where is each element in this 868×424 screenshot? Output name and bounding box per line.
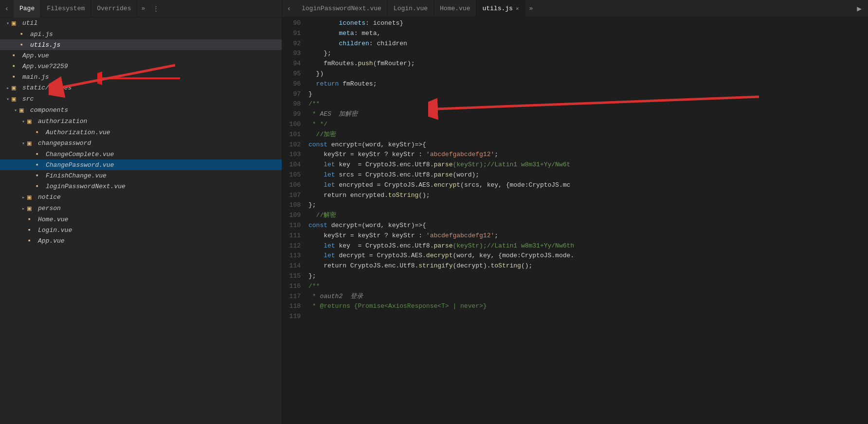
tree-item-ChangeComplete-vue[interactable]: ▪ChangeComplete.vue	[0, 149, 282, 159]
code-lines: iconets: iconets} meta: meta, children: …	[307, 18, 868, 424]
tab-overflow-right[interactable]: »	[525, 5, 537, 12]
folder-icon: ▣	[27, 117, 36, 125]
code-line: let decrypt = CryptoJS.AES.decrypt(word,…	[308, 251, 868, 261]
tree-item-changepassword[interactable]: ▾▣changepassword	[0, 138, 282, 149]
tree-item-FinishChange-vue[interactable]: ▪FinishChange.vue	[0, 170, 282, 181]
tree-item-Home-vue[interactable]: ▪Home.vue	[0, 214, 282, 225]
tree-label: Home.vue	[38, 216, 68, 223]
line-number: 93	[282, 49, 301, 59]
file-icon: ▪	[35, 128, 44, 136]
code-line: iconets: iconets}	[308, 18, 868, 29]
tree-item-util[interactable]: ▾▣util	[0, 18, 282, 29]
code-line: };	[308, 49, 868, 59]
code-line: const decrypt=(word, keyStr)=>{	[308, 221, 868, 231]
code-line: /**	[308, 282, 868, 292]
tree-label: src	[22, 95, 34, 103]
code-line: return CryptoJS.enc.Utf8.stringify(decry…	[308, 261, 868, 271]
code-line: };	[308, 271, 868, 282]
tree-item-authorization[interactable]: ▾▣authorization	[0, 116, 282, 127]
tree-item-notice[interactable]: ▸▣notice	[0, 192, 282, 203]
line-number: 92	[282, 39, 301, 49]
nav-back-left[interactable]: ‹	[0, 0, 14, 18]
file-icon: ▪	[35, 150, 44, 158]
code-line: return encrypted.toString();	[308, 191, 868, 201]
tab-overrides[interactable]: Overrides	[91, 0, 137, 18]
folder-icon: ▣	[27, 139, 36, 147]
line-number: 109	[282, 211, 301, 221]
tab-bar-left: ‹ Page Filesystem Overrides » ⋮	[0, 0, 282, 18]
file-tree-sidebar[interactable]: ▾▣util▪api.js▪utils.js▪App.vue▪App.vue?2…	[0, 18, 282, 424]
line-number: 108	[282, 200, 301, 211]
tree-item-api-js[interactable]: ▪api.js	[0, 29, 282, 39]
tab-login-password-next[interactable]: loginPasswordNext.vue	[296, 0, 388, 18]
tree-label: loginPasswordNext.vue	[46, 183, 126, 190]
tab-login[interactable]: Login.vue	[388, 0, 434, 18]
file-icon: ▪	[19, 30, 28, 38]
code-line: * oauth2 登录	[308, 292, 868, 302]
tab-utils-js[interactable]: utils.js ✕	[476, 0, 525, 18]
tab-bar-right: ‹ loginPasswordNext.vue Login.vue Home.v…	[282, 0, 868, 18]
nav-back-right[interactable]: ‹	[282, 0, 296, 18]
line-number: 113	[282, 251, 301, 261]
tree-item-App-vue-2259[interactable]: ▪App.vue?2259	[0, 61, 282, 71]
file-icon: ▪	[35, 172, 44, 179]
code-line: * @returns {Promise<AxiosResponse<T> | n…	[308, 301, 868, 312]
tree-item-App-vue[interactable]: ▪App.vue	[0, 235, 282, 246]
line-number: 106	[282, 180, 301, 191]
line-number: 102	[282, 140, 301, 150]
tree-item-components[interactable]: ▾▣components	[0, 105, 282, 116]
line-number: 96	[282, 79, 301, 89]
folder-icon: ▣	[19, 106, 28, 114]
tree-item-person[interactable]: ▸▣person	[0, 203, 282, 214]
tree-label: App.vue	[38, 237, 65, 245]
tree-label: authorization	[38, 118, 87, 125]
play-button[interactable]: ▶	[850, 0, 868, 18]
folder-icon: ▣	[27, 204, 36, 212]
tree-item-App-vue[interactable]: ▪App.vue	[0, 50, 282, 61]
tree-label: static/images	[22, 84, 72, 91]
line-number: 100	[282, 120, 301, 130]
tree-item-main-js[interactable]: ▪main.js	[0, 71, 282, 82]
tree-item-ChangePassword-vue[interactable]: ▪ChangePassword.vue	[0, 159, 282, 170]
code-line: return fmRoutes;	[308, 79, 868, 89]
code-editor[interactable]: 9091929394959697989910010110210310410510…	[282, 18, 868, 424]
more-menu-left[interactable]: ⋮	[149, 0, 163, 18]
file-icon: ▪	[27, 237, 36, 245]
line-number: 107	[282, 191, 301, 201]
tree-item-static-images[interactable]: ▸▣static/images	[0, 82, 282, 93]
tab-overflow-left[interactable]: »	[137, 5, 149, 12]
tree-item-loginPasswordNext-vue[interactable]: ▪loginPasswordNext.vue	[0, 181, 282, 192]
tab-home[interactable]: Home.vue	[434, 0, 476, 18]
code-line: let encrypted = CryptoJS.AES.encrypt(src…	[308, 180, 868, 191]
tree-label: utils.js	[30, 41, 60, 49]
file-icon: ▪	[27, 215, 36, 223]
tree-label: person	[38, 205, 61, 212]
code-line: const encrypt=(word, keyStr)=>{	[308, 140, 868, 150]
tab-page[interactable]: Page	[14, 0, 41, 18]
tree-label: Authorization.vue	[46, 129, 110, 136]
folder-icon: ▣	[12, 19, 20, 27]
file-icon: ▪	[35, 161, 44, 169]
tree-item-Authorization-vue[interactable]: ▪Authorization.vue	[0, 127, 282, 138]
tab-close-utils[interactable]: ✕	[516, 5, 519, 12]
code-content: 9091929394959697989910010110210310410510…	[282, 18, 868, 424]
line-numbers: 9091929394959697989910010110210310410510…	[282, 18, 307, 424]
tree-item-src[interactable]: ▾▣src	[0, 93, 282, 105]
tree-item-utils-js[interactable]: ▪utils.js	[0, 39, 282, 50]
code-line: fmRoutes.push(fmRouter);	[308, 59, 868, 69]
code-line: let key = CryptoJS.enc.Utf8.parse(keyStr…	[308, 241, 868, 251]
tree-label: ChangePassword.vue	[46, 161, 114, 169]
tree-label: Login.vue	[38, 227, 72, 234]
line-number: 105	[282, 170, 301, 180]
line-number: 95	[282, 69, 301, 79]
tree-label: components	[30, 106, 68, 114]
line-number: 118	[282, 301, 301, 312]
file-icon: ▪	[12, 62, 20, 70]
line-number: 98	[282, 99, 301, 109]
file-icon: ▪	[12, 73, 20, 81]
code-line: * */	[308, 120, 868, 130]
folder-icon: ▣	[27, 193, 36, 201]
tree-item-Login-vue[interactable]: ▪Login.vue	[0, 225, 282, 235]
tab-filesystem[interactable]: Filesystem	[41, 0, 91, 18]
code-line: let srcs = CryptoJS.enc.Utf8.parse(word)…	[308, 170, 868, 180]
